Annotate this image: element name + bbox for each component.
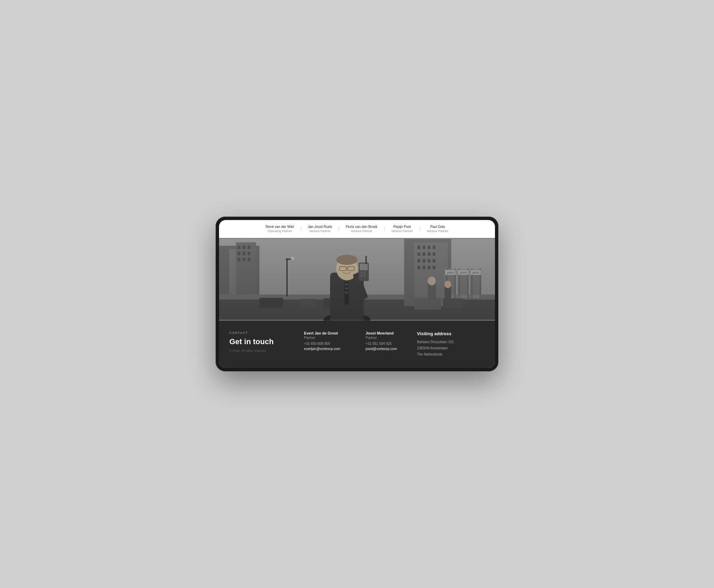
- person-name-joost: Joost Moerland: [366, 331, 417, 335]
- partner-name-0: René van der Wiel: [266, 225, 294, 229]
- partner-item-4: Paul Dols Venture Partner: [420, 225, 455, 233]
- person-phone-joost: +31 651 504 925: [366, 342, 417, 346]
- partner-title-2: Venture Partner: [346, 229, 377, 233]
- person-phone-evert: +31 650 608 859: [304, 342, 355, 346]
- partner-title-1: Venture Partner: [308, 229, 332, 233]
- contact-label: CONTACT: [229, 331, 297, 335]
- partner-item-2: Floris van den Broek Venture Partner: [339, 225, 384, 233]
- contact-section: CONTACT Get in touch © 2016. All rights …: [219, 321, 495, 368]
- contact-left-col: CONTACT Get in touch © 2016. All rights …: [229, 331, 304, 358]
- person-role-joost: Partner: [366, 336, 417, 340]
- partner-title-0: Operating Partner: [266, 229, 294, 233]
- contact-title: Get in touch: [229, 337, 297, 346]
- contact-person-evert: Evert Jan de Groot Partner +31 650 608 8…: [304, 331, 355, 358]
- partner-name-3: Pepijn Post: [391, 225, 413, 229]
- visiting-line-1: Barbara Strozzilaan 101: [417, 339, 485, 345]
- partner-title-4: Venture Partner: [427, 229, 448, 233]
- partner-item-0: René van der Wiel Operating Partner: [259, 225, 301, 233]
- hero-image: phone phone phone: [219, 238, 495, 321]
- visiting-line-3: The Netherlands: [417, 351, 485, 358]
- person-role-evert: Partner: [304, 336, 355, 340]
- partner-item-3: Pepijn Post Venture Partner: [384, 225, 420, 233]
- visiting-block: Visiting address Barbara Strozzilaan 101…: [417, 331, 485, 358]
- svg-rect-85: [219, 239, 495, 320]
- contact-person-joost: Joost Moerland Partner +31 651 504 925 j…: [366, 331, 417, 358]
- copyright-text: © 2016. All rights reserved.: [229, 349, 297, 352]
- device-frame: René van der Wiel Operating Partner Jan-…: [216, 217, 498, 371]
- visiting-title: Visiting address: [417, 331, 485, 336]
- partner-title-3: Venture Partner: [391, 229, 413, 233]
- partners-bar: René van der Wiel Operating Partner Jan-…: [219, 220, 495, 238]
- person-email-evert[interactable]: evertjan@vortexcp.com: [304, 347, 355, 351]
- hero-svg: phone phone phone: [219, 238, 495, 321]
- partner-item-1: Jan-Joost Rueb Venture Partner: [301, 225, 339, 233]
- visiting-line-2: 1083HN Amsterdam: [417, 345, 485, 351]
- person-name-evert: Evert Jan de Groot: [304, 331, 355, 335]
- partner-name-2: Floris van den Broek: [346, 225, 377, 229]
- partner-name-4: Paul Dols: [427, 225, 448, 229]
- contact-people: Evert Jan de Groot Partner +31 650 608 8…: [304, 331, 417, 358]
- person-email-joost[interactable]: joost@vortexcp.com: [366, 347, 417, 351]
- partner-name-1: Jan-Joost Rueb: [308, 225, 332, 229]
- device-screen: René van der Wiel Operating Partner Jan-…: [219, 220, 495, 368]
